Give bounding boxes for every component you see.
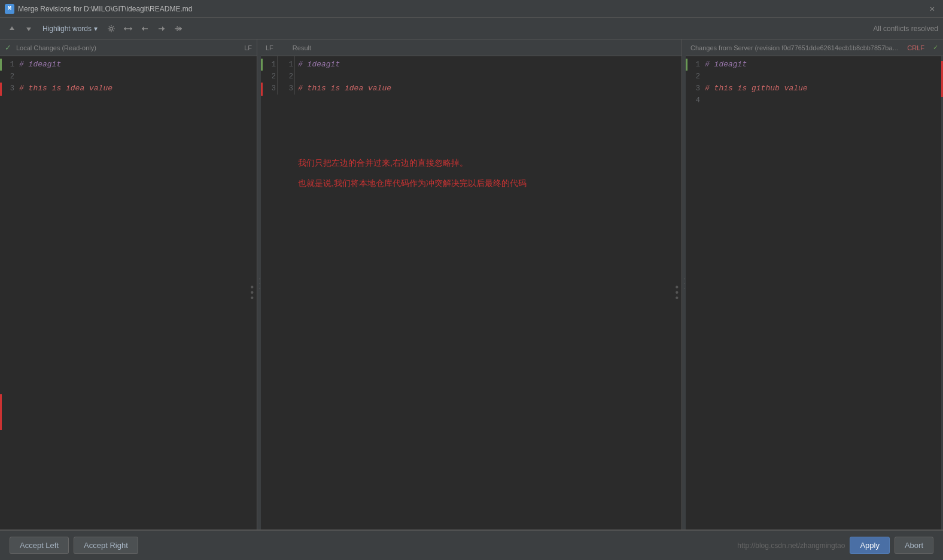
- left-line-3: # this is idea value: [19, 83, 257, 95]
- toolbar: Highlight words ▾ All co: [0, 18, 943, 39]
- result-line-1: # ideagit: [298, 59, 682, 71]
- left-lf-label: LF: [244, 44, 252, 51]
- result-panel: LF Result 1 2 3 1 2 3 # ideagit: [261, 39, 682, 529]
- close-button[interactable]: ✕: [926, 3, 938, 15]
- result-chinese-text: 我们只把左边的合并过来,右边的直接忽略掉。 也就是说,我们将本地仓库代码作为冲突…: [298, 158, 676, 189]
- bottom-bar: Accept Left Accept Right http://blog.csd…: [0, 530, 943, 560]
- title-bar: M Merge Revisions for D:\MILO\GIT\ideagi…: [0, 0, 943, 18]
- accept-left-button[interactable]: Accept Left: [10, 537, 69, 554]
- right-crlf-label: CRLF: [907, 44, 924, 51]
- right-line-4: [705, 95, 943, 106]
- svg-marker-4: [130, 27, 132, 31]
- left-check-icon: ✓: [5, 43, 11, 52]
- left-panel-title: Local Changes (Read-only): [16, 44, 96, 51]
- nav-next-button[interactable]: [22, 22, 36, 36]
- window-title: Merge Revisions for D:\MILO\GIT\ideagit\…: [18, 5, 926, 13]
- highlight-words-label: Highlight words: [42, 25, 92, 33]
- result-code-area: # ideagit # this is idea value: [298, 59, 682, 95]
- result-lf-numbers: 1 2 3: [261, 56, 278, 95]
- svg-marker-1: [26, 28, 31, 31]
- right-line-numbers: 1 2 3 4: [686, 56, 702, 106]
- result-label: Result: [293, 44, 311, 51]
- watermark-text: http://blog.csdn.net/zhangmingtao: [737, 541, 845, 550]
- svg-marker-0: [10, 26, 14, 30]
- accept-left-toolbar-btn[interactable]: [138, 22, 152, 36]
- svg-point-2: [110, 27, 113, 30]
- left-panel-scrollbar-handle[interactable]: •••: [249, 286, 255, 300]
- abort-button[interactable]: Abort: [895, 537, 933, 554]
- left-line-2: [19, 71, 257, 83]
- left-panel-header: ✓ Local Changes (Read-only) LF: [0, 39, 257, 56]
- left-panel-content[interactable]: 1 2 3 # ideagit # this is idea value •••: [0, 56, 257, 529]
- diff-container: ✓ Local Changes (Read-only) LF 1 2 3 # i…: [0, 39, 943, 530]
- apply-button[interactable]: Apply: [850, 537, 890, 554]
- right-panel: Changes from Server (revision f0d77651dd…: [686, 39, 943, 529]
- right-panel-title: Changes from Server (revision f0d77651dd…: [690, 44, 902, 51]
- result-panel-scrollbar-handle[interactable]: •••: [674, 286, 680, 300]
- right-panel-content[interactable]: 1 2 3 4 # ideagit # this is github value: [686, 56, 943, 529]
- left-line-numbers: 1 2 3: [0, 56, 17, 95]
- right-check-icon: ✓: [933, 44, 938, 51]
- right-panel-header: Changes from Server (revision f0d77651dd…: [686, 39, 943, 56]
- right-line-3: # this is github value: [705, 83, 943, 95]
- settings-button[interactable]: [104, 22, 118, 36]
- accept-right-button[interactable]: Accept Right: [74, 537, 138, 554]
- app-icon: M: [5, 4, 14, 14]
- all-conflicts-resolved-label: All conflicts resolved: [873, 25, 938, 33]
- accept-right-toolbar-btn[interactable]: [154, 22, 169, 36]
- nav-prev-button[interactable]: [5, 22, 19, 36]
- left-panel: ✓ Local Changes (Read-only) LF 1 2 3 # i…: [0, 39, 257, 529]
- result-panel-header: LF Result: [261, 39, 682, 56]
- result-line-3: # this is idea value: [298, 83, 682, 95]
- dropdown-icon: ▾: [94, 25, 98, 33]
- chinese-line-2: 也就是说,我们将本地仓库代码作为冲突解决完以后最终的代码: [298, 178, 676, 189]
- result-result-numbers: 1 2 3: [278, 56, 295, 95]
- right-line-1: # ideagit: [705, 59, 943, 71]
- left-code-area: # ideagit # this is idea value: [19, 59, 257, 95]
- highlight-words-button[interactable]: Highlight words ▾: [38, 23, 102, 35]
- result-line-2: [298, 71, 682, 83]
- merge-icon-button[interactable]: [121, 22, 135, 36]
- result-panel-content[interactable]: 1 2 3 1 2 3 # ideagit # this is idea val…: [261, 56, 682, 529]
- chinese-line-1: 我们只把左边的合并过来,右边的直接忽略掉。: [298, 158, 676, 169]
- accept-all-toolbar-btn[interactable]: [171, 22, 185, 36]
- left-line-1: # ideagit: [19, 59, 257, 71]
- right-code-area: # ideagit # this is github value: [705, 59, 943, 106]
- result-lf-label: LF: [266, 44, 273, 51]
- right-line-2: [705, 71, 943, 83]
- svg-marker-5: [124, 27, 126, 31]
